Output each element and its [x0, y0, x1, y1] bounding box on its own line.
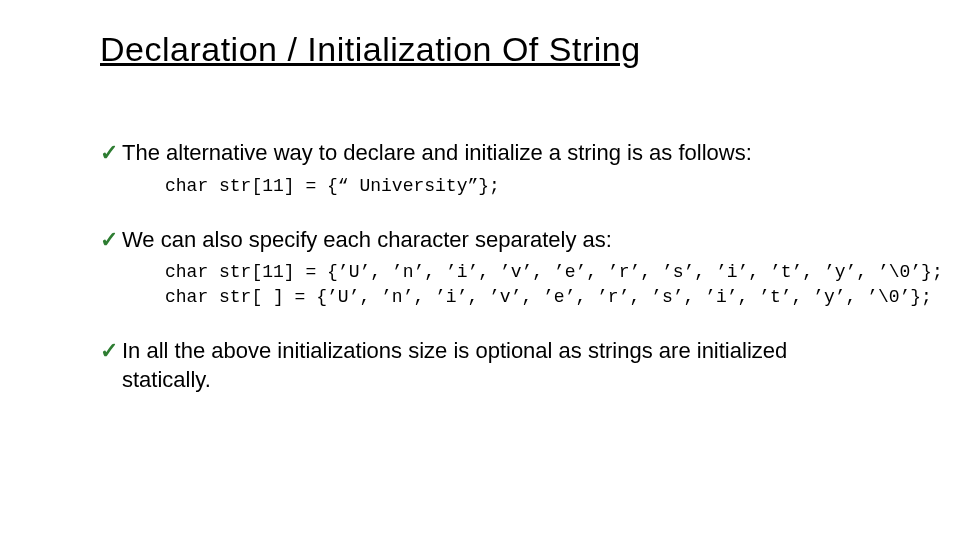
code-block-1: char str[11] = {“ University”};	[165, 174, 870, 198]
code-line-2b: char str[ ] = {’U’, ’n’, ’i’, ’v’, ’e’, …	[165, 287, 932, 307]
check-icon: ✓	[100, 226, 118, 255]
slide-title: Declaration / Initialization Of String	[100, 30, 870, 69]
bullet-2: ✓ We can also specify each character sep…	[100, 226, 870, 255]
bullet-2-text: We can also specify each character separ…	[122, 226, 870, 255]
bullet-1: ✓ The alternative way to declare and ini…	[100, 139, 870, 168]
bullet-1-text: The alternative way to declare and initi…	[122, 139, 870, 168]
code-block-2: char str[11] = {’U’, ’n’, ’i’, ’v’, ’e’,…	[165, 260, 870, 309]
check-icon: ✓	[100, 337, 118, 366]
check-icon: ✓	[100, 139, 118, 168]
bullet-3: ✓ In all the above initializations size …	[100, 337, 870, 394]
code-line-2a: char str[11] = {’U’, ’n’, ’i’, ’v’, ’e’,…	[165, 262, 943, 282]
slide: Declaration / Initialization Of String ✓…	[0, 0, 960, 394]
bullet-3-text: In all the above initializations size is…	[122, 337, 870, 394]
